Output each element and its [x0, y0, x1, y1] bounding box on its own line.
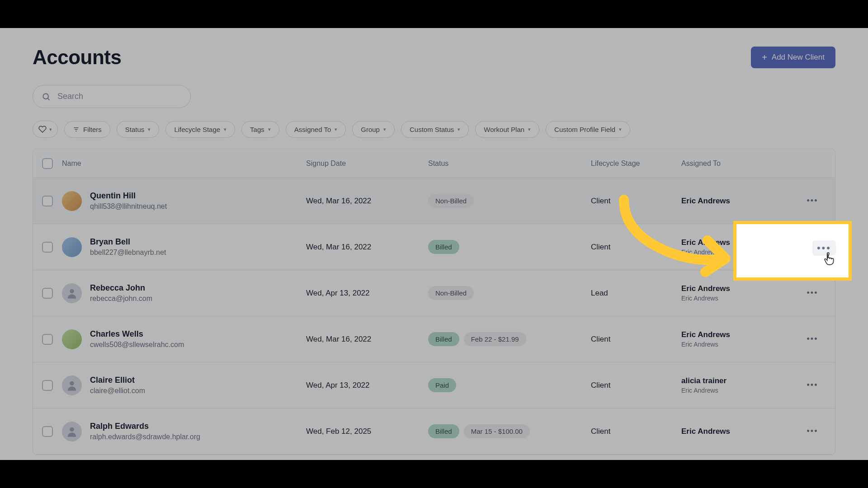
lifecycle-stage: Client — [591, 335, 681, 344]
client-email: bbell227@llebnayrb.net — [90, 249, 166, 257]
row-actions-button[interactable]: ••• — [804, 193, 821, 209]
row-actions-button[interactable]: ••• — [804, 331, 821, 347]
assigned-primary: Eric Andrews — [681, 330, 794, 339]
client-email: cwells508@sllewselrahc.com — [90, 341, 184, 349]
chevron-down-icon: ▾ — [383, 127, 386, 132]
table-row[interactable]: Claire Elliotclaire@elliot.comWed, Apr 1… — [33, 362, 835, 408]
heart-icon — [38, 125, 47, 133]
select-all-checkbox[interactable] — [42, 158, 53, 169]
lifecycle-stage: Client — [591, 243, 681, 252]
col-lifecycle[interactable]: Lifecycle Stage — [591, 160, 681, 168]
search-icon — [42, 92, 51, 101]
col-signup[interactable]: Signup Date — [306, 160, 428, 168]
status-extra-badge: Mar 15 - $100.00 — [464, 424, 530, 438]
svg-point-0 — [43, 94, 48, 99]
avatar — [62, 191, 82, 211]
row-actions-button[interactable]: ••• — [804, 377, 821, 394]
favorite-filter[interactable]: ▾ — [33, 121, 58, 138]
cursor-icon — [823, 252, 835, 266]
accounts-table: Name Signup Date Status Lifecycle Stage … — [33, 149, 835, 455]
client-email: ralph.edwards@sdrawde.hplar.org — [90, 433, 200, 441]
status-badge: Billed — [428, 424, 459, 438]
client-name: Bryan Bell — [90, 237, 166, 247]
filter-custom-status[interactable]: Custom Status▾ — [401, 121, 469, 138]
add-client-button[interactable]: + Add New Client — [751, 47, 835, 68]
signup-date: Wed, Mar 16, 2022 — [306, 197, 428, 206]
avatar — [62, 237, 82, 257]
row-actions-button[interactable]: ••• — [804, 423, 821, 440]
client-email: claire@elliot.com — [90, 387, 145, 395]
svg-line-1 — [48, 98, 50, 100]
signup-date: Wed, Mar 16, 2022 — [306, 243, 428, 252]
signup-date: Wed, Feb 12, 2025 — [306, 427, 428, 436]
table-row[interactable]: Charles Wellscwells508@sllewselrahc.comW… — [33, 316, 835, 362]
client-name: Ralph Edwards — [90, 422, 200, 431]
col-name[interactable]: Name — [62, 160, 306, 168]
svg-point-6 — [70, 381, 74, 385]
chevron-down-icon: ▾ — [458, 127, 460, 132]
chevron-down-icon: ▾ — [148, 127, 151, 132]
avatar — [62, 283, 82, 303]
chevron-down-icon: ▾ — [49, 127, 52, 132]
signup-date: Wed, Apr 13, 2022 — [306, 381, 428, 390]
assigned-primary: Eric Andrews — [681, 197, 794, 206]
row-checkbox[interactable] — [42, 242, 53, 253]
table-row[interactable]: Bryan Bellbbell227@llebnayrb.netWed, Mar… — [33, 224, 835, 270]
filter-status[interactable]: Status▾ — [117, 121, 160, 138]
col-assigned[interactable]: Assigned To — [681, 160, 794, 168]
chevron-down-icon: ▾ — [528, 127, 531, 132]
status-extra-badge: Feb 22 - $21.99 — [464, 332, 526, 346]
client-email: qhill538@llihnitneuq.net — [90, 202, 167, 211]
assigned-secondary: Eric Andrews — [681, 387, 794, 394]
status-badge: Billed — [428, 332, 459, 346]
client-name: Charles Wells — [90, 329, 184, 339]
client-name: Rebecca John — [90, 283, 152, 293]
filter-icon — [73, 126, 80, 133]
col-status[interactable]: Status — [428, 160, 591, 168]
filter-workout-plan[interactable]: Workout Plan▾ — [475, 121, 539, 138]
page-title: Accounts — [33, 46, 121, 69]
filter-custom-profile[interactable]: Custom Profile Field▾ — [546, 121, 630, 138]
chevron-down-icon: ▾ — [335, 127, 337, 132]
filters-label: Filters — [83, 126, 102, 133]
row-actions-button[interactable]: ••• — [804, 285, 821, 301]
status-badge: Paid — [428, 378, 456, 392]
assigned-primary: alicia trainer — [681, 376, 794, 385]
filter-tags[interactable]: Tags▾ — [241, 121, 279, 138]
chevron-down-icon: ▾ — [224, 127, 226, 132]
filter-assigned-to[interactable]: Assigned To▾ — [286, 121, 346, 138]
assigned-primary: Eric Andrews — [681, 427, 794, 436]
plus-icon: + — [762, 53, 767, 62]
row-checkbox[interactable] — [42, 426, 53, 437]
row-checkbox[interactable] — [42, 334, 53, 345]
svg-point-5 — [70, 289, 74, 293]
highlight-callout: ••• — [733, 221, 852, 281]
table-row[interactable]: Ralph Edwardsralph.edwards@sdrawde.hplar… — [33, 408, 835, 455]
lifecycle-stage: Client — [591, 197, 681, 206]
lifecycle-stage: Lead — [591, 289, 681, 298]
assigned-secondary: Eric Andrews — [681, 295, 794, 302]
lifecycle-stage: Client — [591, 381, 681, 390]
signup-date: Wed, Apr 13, 2022 — [306, 289, 428, 298]
client-name: Quentin Hill — [90, 191, 167, 201]
avatar — [62, 422, 82, 441]
avatar — [62, 329, 82, 349]
table-row[interactable]: Quentin Hillqhill538@llihnitneuq.netWed,… — [33, 178, 835, 224]
filter-lifecycle[interactable]: Lifecycle Stage▾ — [165, 121, 235, 138]
lifecycle-stage: Client — [591, 427, 681, 436]
table-row[interactable]: Rebecca Johnrebecca@john.comWed, Apr 13,… — [33, 270, 835, 316]
status-badge: Non-Billed — [428, 194, 474, 208]
status-badge: Non-Billed — [428, 286, 474, 300]
row-checkbox[interactable] — [42, 196, 53, 206]
row-checkbox[interactable] — [42, 380, 53, 391]
search-input[interactable] — [33, 85, 191, 108]
assigned-primary: Eric Andrews — [681, 284, 794, 293]
row-checkbox[interactable] — [42, 288, 53, 299]
signup-date: Wed, Mar 16, 2022 — [306, 335, 428, 344]
status-badge: Billed — [428, 240, 459, 254]
client-name: Claire Elliot — [90, 375, 145, 385]
filter-group[interactable]: Group▾ — [352, 121, 395, 138]
assigned-secondary: Eric Andrews — [681, 341, 794, 348]
filters-button[interactable]: Filters — [64, 121, 110, 138]
client-email: rebecca@john.com — [90, 295, 152, 303]
